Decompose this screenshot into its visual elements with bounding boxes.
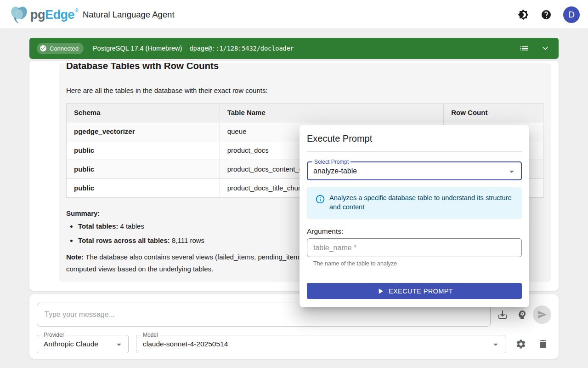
psychology-icon[interactable] [516,309,527,320]
gear-icon[interactable] [515,339,526,350]
list-icon[interactable] [518,42,530,54]
download-icon[interactable] [497,309,508,320]
prompt-description: Analyzes a specific database table to un… [329,193,515,212]
message-intro: Here are all the tables in the database … [66,85,544,96]
help-icon[interactable] [540,9,552,21]
chevron-down-icon [113,339,124,352]
model-select-value: claude-sonnet-4-20250514 [143,335,228,353]
cell-schema: public [67,141,220,160]
chevron-down-icon [490,339,501,352]
prompt-info-alert: Analyzes a specific database table to un… [307,187,522,219]
pgedge-logo: pgEdge® [9,5,78,24]
prompt-select[interactable]: Select Prompt analyze-table [307,161,522,180]
column-header-row-count: Row Count [444,104,543,122]
connection-bar-actions [518,42,551,54]
app-header: pgEdge® Natural Language Agent D [0,0,588,29]
info-icon [315,194,325,204]
play-icon [376,287,385,296]
column-header-schema: Schema [67,104,220,122]
trash-icon[interactable] [537,339,548,350]
cell-schema: public [67,179,220,198]
avatar[interactable]: D [563,6,580,23]
model-select[interactable]: Model claude-sonnet-4-20250514 [136,335,505,353]
arguments-label: Arguments: [307,227,343,236]
server-version: PostgreSQL 17.4 (Homebrew) [93,45,182,52]
chevron-down-icon [506,166,517,179]
dialog-title: Execute Prompt [307,133,372,144]
cell-schema: pgedge_vectorizer [67,122,220,141]
cell-schema: public [67,160,220,179]
status-badge-label: Connected [50,45,79,52]
pgedge-logo-text: pgEdge® [30,8,78,22]
provider-select[interactable]: Provider Anthropic Claude [37,335,129,353]
column-header-table-name: Table Name [220,104,444,122]
table-name-helper-text: The name of the table to analyze [313,260,397,267]
message-heading: Database Tables with Row Counts [66,63,544,71]
page: pgEdge® Natural Language Agent D Connect… [0,0,588,368]
execute-prompt-button[interactable]: EXECUTE PROMPT [307,283,522,299]
appbar-actions: D [517,0,580,29]
send-icon [537,310,547,320]
dark-mode-icon[interactable] [517,9,529,21]
prompt-select-value: analyze-table [313,162,357,179]
provider-select-value: Anthropic Claude [44,335,98,353]
send-button[interactable] [533,305,551,324]
divider [307,151,522,152]
page-title: Natural Language Agent [83,10,175,20]
status-badge: Connected [37,43,84,54]
execute-prompt-button-label: EXECUTE PROMPT [389,288,453,295]
pgedge-logo-mark [9,5,29,24]
connection-string: dpage@::1/128:5432/docloader [189,45,294,52]
connection-bar: Connected PostgreSQL 17.4 (Homebrew) dpa… [29,38,559,59]
check-circle-icon [40,45,47,52]
chevron-down-icon[interactable] [539,42,551,54]
table-name-input[interactable] [307,238,522,257]
execute-prompt-dialog: Execute Prompt Select Prompt analyze-tab… [300,125,529,307]
table-header-row: Schema Table Name Row Count [67,104,543,122]
